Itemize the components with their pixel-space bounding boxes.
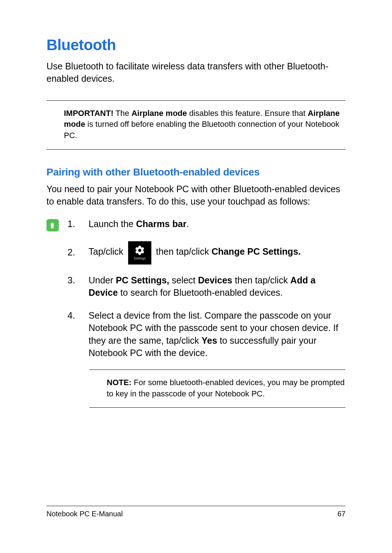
- subsection-title: Pairing with other Bluetooth-enabled dev…: [46, 166, 346, 178]
- subsection-intro: You need to pair your Notebook PC with o…: [46, 183, 346, 208]
- step-number: 4.: [68, 309, 78, 322]
- step-term: Charms bar: [136, 219, 187, 229]
- step-term: Devices: [198, 275, 233, 285]
- step-term: PC Settings,: [116, 275, 169, 285]
- important-text-2: disables this feature. Ensure that: [187, 109, 308, 118]
- settings-tile: Settings: [128, 241, 151, 265]
- important-label: IMPORTANT!: [64, 109, 113, 118]
- step-text: Tap/click: [89, 246, 126, 257]
- step-body: Launch the Charms bar.: [89, 218, 346, 230]
- note-text: For some bluetooth-enabled devices, you …: [107, 378, 344, 398]
- step-text: .: [187, 219, 189, 229]
- step-2: 2. Tap/click Settings then tap/click Cha…: [68, 241, 346, 264]
- section-intro: Use Bluetooth to facilitate wireless dat…: [46, 60, 346, 85]
- note-callout: NOTE: For some bluetooth-enabled devices…: [89, 370, 346, 408]
- step-4: 4. Select a device from the list. Compar…: [68, 309, 346, 359]
- step-body: Select a device from the list. Compare t…: [89, 309, 346, 359]
- step-text: to search for Bluetooth-enabled devices.: [118, 287, 283, 298]
- touchpad-icon: [46, 219, 59, 231]
- step-text: then tap/click: [232, 275, 290, 285]
- important-callout: IMPORTANT! The Airplane mode disables th…: [46, 100, 346, 150]
- important-text-3: is turned off before enabling the Blueto…: [64, 120, 339, 140]
- step-number: 1.: [68, 218, 78, 230]
- step-number: 2.: [68, 246, 78, 259]
- step-body: Tap/click Settings then tap/click Change…: [89, 241, 346, 264]
- steps-container: 1. Launch the Charms bar. 2. Tap/click S…: [46, 218, 346, 408]
- step-text: Launch the: [89, 219, 136, 229]
- steps-list: 1. Launch the Charms bar. 2. Tap/click S…: [68, 218, 346, 408]
- note-label: NOTE:: [107, 378, 131, 387]
- step-1: 1. Launch the Charms bar.: [68, 218, 346, 230]
- page-content: Bluetooth Use Bluetooth to facilitate wi…: [46, 36, 346, 408]
- footer-doc-title: Notebook PC E-Manual: [46, 510, 123, 518]
- step-term: Change PC Settings.: [212, 246, 301, 257]
- step-text: select: [169, 275, 198, 285]
- step-text: Under: [89, 275, 116, 285]
- step-body: Under PC Settings, select Devices then t…: [89, 274, 346, 299]
- step-number: 3.: [68, 274, 78, 287]
- step-3: 3. Under PC Settings, select Devices the…: [68, 274, 346, 299]
- step-term: Yes: [201, 335, 217, 346]
- important-term-1: Airplane mode: [131, 109, 187, 118]
- page-footer: Notebook PC E-Manual 67: [46, 506, 346, 518]
- settings-tile-label: Settings: [134, 256, 146, 261]
- section-title: Bluetooth: [46, 36, 346, 54]
- gear-icon: [134, 245, 145, 256]
- footer-page-number: 67: [338, 510, 346, 518]
- step-text: then tap/click: [156, 246, 212, 257]
- important-text-1: The: [113, 109, 131, 118]
